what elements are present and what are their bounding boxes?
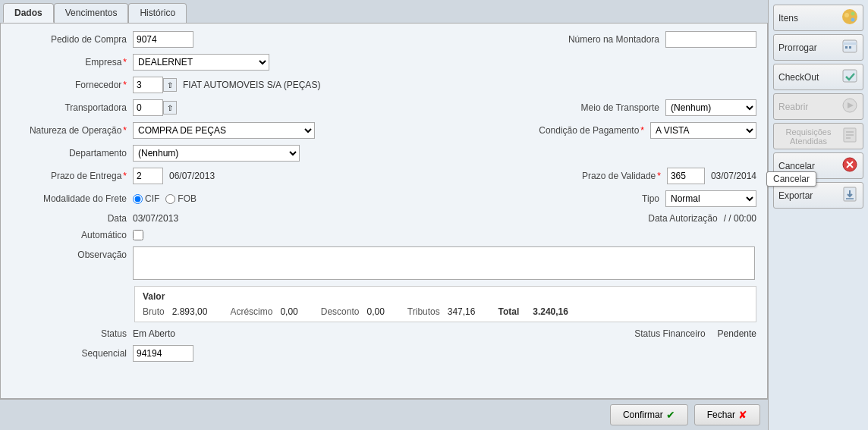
tributos-value: 347,16	[448, 306, 476, 317]
valor-row: Bruto 2.893,00 Acréscimo 0,00 Desconto 0…	[143, 306, 748, 317]
desconto-value: 0,00	[366, 306, 384, 317]
row-departamento: Departamento (Nenhum)	[11, 145, 756, 162]
frete-radio-group: CIF FOB	[133, 193, 197, 204]
data-label: Data	[11, 213, 133, 224]
departamento-select[interactable]: (Nenhum)	[133, 145, 300, 162]
numero-montadora-label: Número na Montadora	[568, 34, 659, 45]
natureza-label: Natureza de Operação*	[11, 125, 133, 136]
acrescimo-value: 0,00	[280, 306, 297, 317]
prazo-entrega-date: 06/07/2013	[169, 171, 215, 181]
tab-dados[interactable]: Dados	[3, 3, 54, 23]
prazo-validade-date: 03/07/2014	[711, 171, 756, 181]
fornecedor-label: Fornecedor*	[11, 80, 133, 90]
row-frete: Modalidade do Frete CIF FOB Tipo Normal	[11, 190, 756, 207]
transportadora-arrow-btn[interactable]: ⇧	[163, 101, 177, 115]
confirmar-button[interactable]: Confirmar ✔	[610, 404, 688, 425]
fornecedor-id-input[interactable]	[133, 77, 163, 93]
data-autorizacao-label: Data Autorização	[648, 213, 717, 224]
checkout-label: CheckOut	[778, 72, 819, 83]
status-label: Status	[11, 328, 133, 339]
bruto-value: 2.893,00	[172, 306, 208, 317]
observacao-textarea[interactable]	[133, 246, 755, 280]
frete-cif-radio[interactable]	[133, 194, 143, 204]
departamento-label: Departamento	[11, 148, 133, 159]
frete-cif-label[interactable]: CIF	[133, 193, 159, 204]
automatico-checkbox[interactable]	[133, 230, 143, 240]
form-area: Pedido de Compra Número na Montadora Emp…	[0, 23, 768, 399]
prorrogar-button[interactable]: Prorrogar	[773, 34, 863, 61]
reabrir-button[interactable]: Reabrir	[773, 93, 863, 120]
sequencial-input[interactable]	[133, 345, 193, 362]
desconto-label: Desconto	[321, 306, 360, 317]
row-natureza: Natureza de Operação* COMPRA DE PEÇAS Co…	[11, 122, 756, 139]
svg-rect-6	[845, 46, 848, 49]
transportadora-label: Transportadora	[11, 102, 133, 113]
prorrogar-icon	[841, 38, 858, 57]
frete-fob-radio[interactable]	[165, 194, 175, 204]
fornecedor-name: FIAT AUTOMOVEIS S/A (PEÇAS)	[183, 80, 320, 90]
requisicoes-label: Requisições Atendidas	[778, 127, 838, 146]
status-financeiro-value: Pendente	[718, 328, 756, 339]
row-transportadora: Transportadora ⇧ Meio de Transporte (Nen…	[11, 99, 756, 116]
meio-transporte-label: Meio de Transporte	[581, 102, 659, 113]
row-observacao: Observação	[11, 246, 756, 280]
valor-section: Valor Bruto 2.893,00 Acréscimo 0,00 Desc…	[134, 286, 756, 322]
row-sequencial: Sequencial	[11, 345, 756, 362]
numero-montadora-input[interactable]	[665, 31, 756, 48]
status-financeiro-label: Status Financeiro	[634, 328, 705, 339]
itens-icon	[841, 8, 858, 27]
cancelar-button[interactable]: Cancelar Cancelar	[773, 152, 863, 179]
exportar-label: Exportar	[778, 190, 813, 201]
reabrir-icon	[841, 97, 858, 116]
tipo-select[interactable]: Normal Especial	[665, 190, 756, 207]
total-label: Total	[498, 306, 519, 317]
status-value: Em Aberto	[133, 328, 175, 339]
confirmar-icon: ✔	[666, 409, 675, 421]
pedido-compra-label: Pedido de Compra	[11, 34, 133, 45]
prorrogar-label: Prorrogar	[778, 42, 817, 53]
prazo-validade-days-input[interactable]	[667, 168, 705, 184]
empresa-label: Empresa*	[11, 57, 133, 67]
cancelar-popup[interactable]: Cancelar	[766, 171, 816, 187]
empresa-select[interactable]: DEALERNET	[133, 54, 269, 71]
svg-point-3	[851, 18, 855, 22]
observacao-label: Observação	[11, 246, 133, 260]
total-value: 3.240,16	[533, 306, 568, 317]
svg-rect-5	[843, 42, 857, 45]
cancelar-label: Cancelar	[778, 161, 815, 171]
row-pedido: Pedido de Compra Número na Montadora	[11, 31, 756, 48]
prazo-entrega-label: Prazo de Entrega*	[11, 171, 133, 181]
itens-label: Itens	[778, 13, 798, 24]
prazo-entrega-days-input[interactable]	[133, 168, 163, 184]
itens-button[interactable]: Itens	[773, 5, 863, 31]
row-prazo: Prazo de Entrega* 06/07/2013 Prazo de Va…	[11, 168, 756, 184]
natureza-select[interactable]: COMPRA DE PEÇAS	[133, 122, 315, 139]
fornecedor-arrow-btn[interactable]: ⇧	[163, 78, 177, 92]
row-status: Status Em Aberto Status Financeiro Pende…	[11, 328, 756, 339]
tributos-label: Tributos	[407, 306, 440, 317]
fechar-label: Fechar	[707, 410, 735, 420]
transportadora-id-input[interactable]	[133, 99, 163, 116]
requisicoes-icon	[841, 127, 858, 146]
requisicoes-button[interactable]: Requisições Atendidas	[773, 123, 863, 149]
pedido-compra-input[interactable]	[133, 31, 193, 48]
row-empresa: Empresa* DEALERNET	[11, 54, 756, 71]
row-automatico: Automático	[11, 230, 756, 240]
bruto-label: Bruto	[143, 306, 165, 317]
valor-title: Valor	[143, 291, 748, 302]
fechar-icon: ✘	[738, 409, 747, 421]
fechar-button[interactable]: Fechar ✘	[694, 404, 760, 425]
checkout-button[interactable]: CheckOut	[773, 64, 863, 90]
frete-fob-label[interactable]: FOB	[165, 193, 197, 204]
automatico-label: Automático	[11, 230, 133, 240]
data-value: 03/07/2013	[133, 213, 178, 224]
tipo-label: Tipo	[642, 193, 659, 204]
bottom-bar: Confirmar ✔ Fechar ✘	[0, 399, 768, 430]
exportar-icon	[841, 186, 858, 205]
confirmar-label: Confirmar	[623, 410, 663, 420]
tab-historico[interactable]: Histórico	[128, 3, 187, 23]
tab-vencimentos[interactable]: Vencimentos	[54, 3, 129, 23]
condicao-select[interactable]: A VISTA	[650, 122, 756, 139]
condicao-label: Condição de Pagamento*	[539, 125, 644, 136]
meio-transporte-select[interactable]: (Nenhum)	[665, 99, 756, 116]
